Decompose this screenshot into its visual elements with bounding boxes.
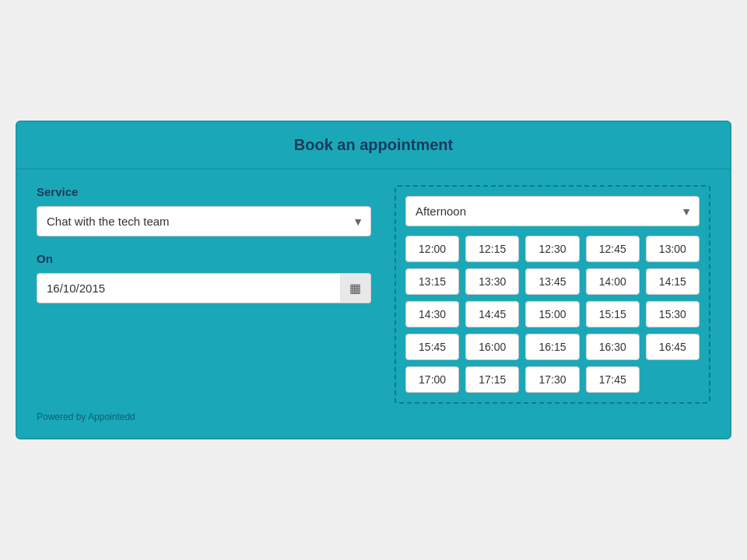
- service-label: Service: [37, 185, 371, 198]
- time-slot-button[interactable]: 15:00: [525, 301, 579, 327]
- time-slot-button[interactable]: 17:15: [465, 366, 519, 393]
- booking-widget: Book an appointment Service Chat with th…: [16, 121, 731, 439]
- time-slot-button[interactable]: 16:00: [465, 334, 519, 360]
- time-slots-grid: 12:0012:1512:3012:4513:0013:1513:3013:45…: [405, 236, 700, 393]
- time-slot-button[interactable]: 14:30: [405, 301, 459, 327]
- calendar-icon-button[interactable]: ▦: [340, 273, 371, 303]
- time-slot-button[interactable]: 13:15: [405, 268, 459, 295]
- time-slot-button[interactable]: 16:15: [525, 334, 579, 360]
- time-slot-button[interactable]: 16:30: [586, 334, 640, 360]
- time-slot-button[interactable]: 14:45: [465, 301, 519, 327]
- right-panel: Morning Afternoon Evening ▼ 12:0012:1512…: [395, 185, 710, 404]
- time-slot-button[interactable]: 12:00: [405, 236, 459, 262]
- time-slot-button[interactable]: 12:30: [525, 236, 579, 262]
- time-slot-button[interactable]: 17:30: [525, 366, 579, 393]
- time-slot-button[interactable]: 15:30: [646, 301, 700, 327]
- time-slot-button[interactable]: 13:30: [465, 268, 519, 295]
- time-slot-button[interactable]: 15:15: [586, 301, 640, 327]
- period-select-wrapper: Morning Afternoon Evening ▼: [405, 196, 700, 226]
- time-slot-button[interactable]: 12:15: [465, 236, 519, 262]
- widget-body: Service Chat with the tech team Other se…: [17, 185, 730, 404]
- left-panel: Service Chat with the tech team Other se…: [37, 185, 371, 404]
- time-slot-button[interactable]: 13:00: [646, 236, 700, 262]
- on-label: On: [37, 252, 371, 265]
- time-slot-button[interactable]: 16:45: [646, 334, 700, 360]
- date-input-wrapper: ▦: [37, 273, 371, 303]
- service-select[interactable]: Chat with the tech team Other service: [37, 206, 371, 236]
- time-slot-button[interactable]: 17:45: [586, 366, 640, 393]
- time-slot-button[interactable]: 14:00: [586, 268, 640, 295]
- time-slot-button[interactable]: 13:45: [525, 268, 579, 295]
- time-slot-button[interactable]: 17:00: [405, 366, 459, 393]
- date-input[interactable]: [37, 273, 371, 303]
- widget-title: Book an appointment: [294, 136, 453, 153]
- widget-header: Book an appointment: [17, 122, 730, 170]
- period-select[interactable]: Morning Afternoon Evening: [405, 196, 700, 226]
- time-slot-button[interactable]: 12:45: [586, 236, 640, 262]
- service-select-wrapper: Chat with the tech team Other service ▼: [37, 206, 371, 236]
- calendar-icon: ▦: [349, 281, 361, 296]
- powered-by: Powered by Appointedd: [17, 404, 730, 422]
- time-slot-button[interactable]: 14:15: [646, 268, 700, 295]
- time-slot-button[interactable]: 15:45: [405, 334, 459, 360]
